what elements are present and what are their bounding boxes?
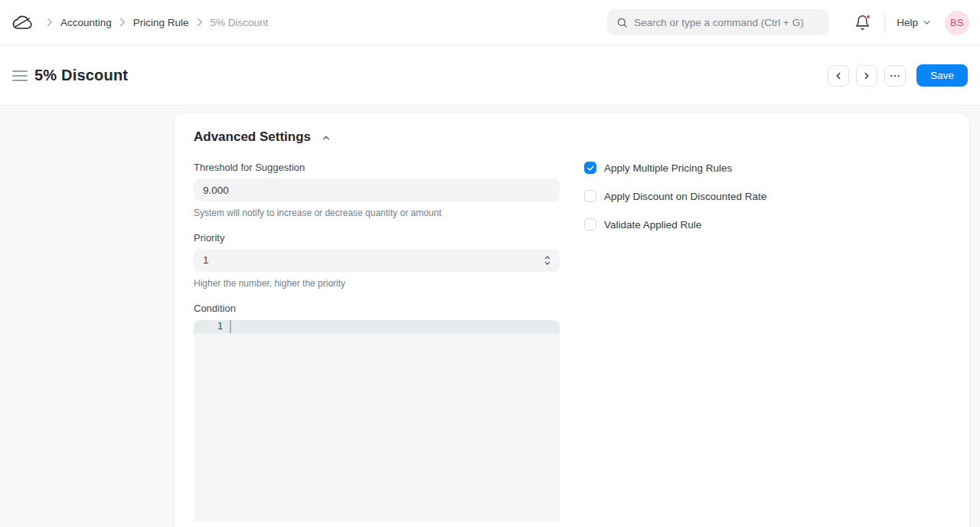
global-search[interactable] bbox=[607, 9, 829, 35]
editor-active-line: 1 bbox=[194, 320, 560, 333]
condition-code-editor[interactable]: 1 bbox=[194, 320, 560, 521]
notifications-bell-icon[interactable] bbox=[854, 15, 871, 31]
threshold-label: Threshold for Suggestion bbox=[194, 162, 560, 173]
checkbox-box bbox=[584, 162, 596, 174]
more-options-button[interactable] bbox=[884, 65, 906, 87]
search-input[interactable] bbox=[634, 17, 820, 28]
section-title: Advanced Settings bbox=[194, 129, 311, 145]
checkbox-box bbox=[584, 190, 596, 202]
topbar-divider bbox=[884, 14, 885, 32]
threshold-input[interactable] bbox=[194, 178, 560, 201]
priority-label: Priority bbox=[194, 232, 560, 244]
advanced-settings-card: Advanced Settings Threshold for Suggesti… bbox=[175, 113, 969, 527]
chevron-left-icon bbox=[833, 70, 844, 81]
chevron-up-icon bbox=[321, 133, 332, 143]
top-navbar: Accounting Pricing Rule 5% Discount Help… bbox=[0, 0, 980, 45]
breadcrumb-chevron-icon bbox=[193, 15, 207, 29]
select-chevrons-icon bbox=[543, 254, 552, 267]
help-menu[interactable]: Help bbox=[897, 17, 932, 28]
chevron-down-icon bbox=[922, 18, 932, 28]
condition-label: Condition bbox=[194, 303, 560, 314]
priority-select[interactable]: 1 bbox=[194, 249, 560, 272]
form-content-area: Advanced Settings Threshold for Suggesti… bbox=[0, 106, 980, 527]
form-left-column: Threshold for Suggestion System will not… bbox=[194, 162, 560, 521]
notification-unread-dot bbox=[866, 15, 871, 19]
page-header: 5% Discount Save bbox=[0, 46, 980, 106]
breadcrumb-chevron-icon bbox=[116, 15, 129, 29]
previous-document-button[interactable] bbox=[828, 65, 849, 87]
editor-cursor bbox=[230, 320, 231, 333]
sidebar-toggle-menu-icon[interactable] bbox=[12, 70, 28, 81]
checkbox-box bbox=[584, 218, 596, 231]
checkbox-label: Validate Applied Rule bbox=[604, 219, 701, 231]
breadcrumb-pricing-rule[interactable]: Pricing Rule bbox=[133, 17, 189, 28]
threshold-help-text: System will notify to increase or decrea… bbox=[194, 208, 560, 218]
form-right-column: Apply Multiple Pricing Rules Apply Disco… bbox=[584, 162, 969, 521]
editor-line-number: 1 bbox=[194, 320, 223, 333]
checkbox-label: Apply Multiple Pricing Rules bbox=[604, 162, 732, 174]
apply-discount-on-discounted-rate-checkbox[interactable]: Apply Discount on Discounted Rate bbox=[584, 190, 969, 202]
breadcrumb-current-document: 5% Discount bbox=[211, 17, 269, 28]
apply-multiple-pricing-rules-checkbox[interactable]: Apply Multiple Pricing Rules bbox=[584, 162, 969, 174]
breadcrumb-chevron-icon bbox=[43, 15, 57, 29]
checkbox-label: Apply Discount on Discounted Rate bbox=[604, 191, 766, 202]
breadcrumb-accounting[interactable]: Accounting bbox=[60, 17, 112, 28]
validate-applied-rule-checkbox[interactable]: Validate Applied Rule bbox=[584, 218, 969, 231]
search-icon bbox=[616, 17, 628, 28]
priority-selected-value: 1 bbox=[194, 249, 560, 272]
save-button[interactable]: Save bbox=[916, 64, 968, 87]
user-avatar[interactable]: BS bbox=[945, 11, 969, 35]
app-logo-cloud-icon[interactable] bbox=[11, 12, 35, 32]
checkmark-icon bbox=[586, 164, 595, 172]
advanced-settings-section-toggle[interactable]: Advanced Settings bbox=[194, 129, 969, 145]
help-label: Help bbox=[897, 17, 918, 28]
page-title: 5% Discount bbox=[34, 67, 128, 84]
next-document-button[interactable] bbox=[856, 65, 877, 87]
chevron-right-icon bbox=[861, 70, 872, 81]
priority-help-text: Higher the number, higher the priority bbox=[194, 278, 560, 289]
ellipsis-icon bbox=[889, 70, 901, 82]
